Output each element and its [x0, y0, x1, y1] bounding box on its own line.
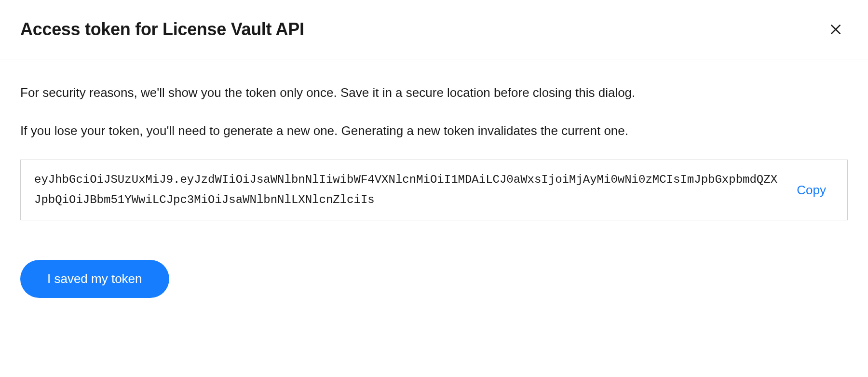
token-container: eyJhbGciOiJSUzUxMiJ9.eyJzdWIiOiJsaWNlbnN…	[20, 160, 848, 220]
token-dialog: Access token for License Vault API For s…	[0, 0, 868, 318]
dialog-footer: I saved my token	[0, 241, 868, 318]
security-info-text: For security reasons, we'll show you the…	[20, 83, 848, 102]
dialog-title: Access token for License Vault API	[20, 19, 304, 40]
close-icon	[829, 23, 842, 36]
dialog-header: Access token for License Vault API	[0, 0, 868, 59]
dialog-body: For security reasons, we'll show you the…	[0, 59, 868, 241]
close-button[interactable]	[827, 21, 844, 38]
copy-button[interactable]: Copy	[789, 179, 834, 202]
i-saved-token-button[interactable]: I saved my token	[20, 260, 169, 298]
token-value: eyJhbGciOiJSUzUxMiJ9.eyJzdWIiOiJsaWNlbnN…	[34, 170, 789, 210]
regenerate-info-text: If you lose your token, you'll need to g…	[20, 121, 848, 140]
